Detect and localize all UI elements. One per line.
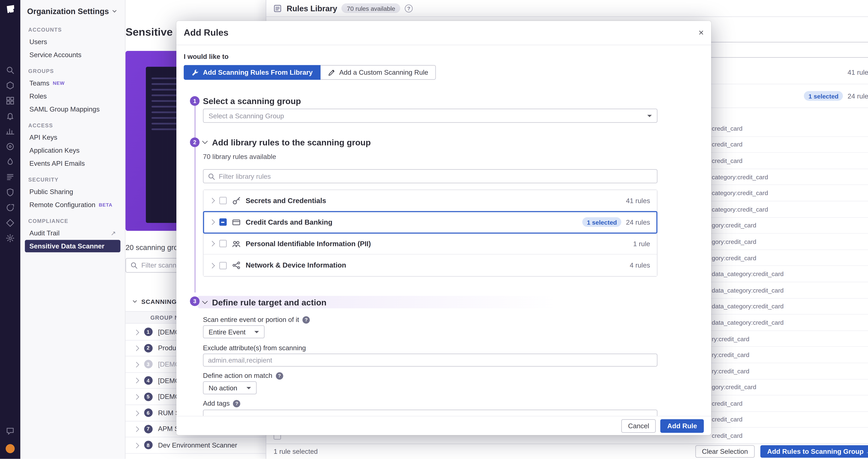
dashboards-icon[interactable] [6, 96, 15, 105]
category-row[interactable]: Secrets and Credentials 41 rules [204, 190, 657, 211]
add-tags-input[interactable] [203, 410, 657, 416]
row-number-badge: 5 [144, 393, 152, 401]
chevron-right-icon[interactable] [134, 410, 139, 415]
help-icon[interactable]: ? [303, 316, 310, 323]
chevron-down-icon[interactable] [202, 138, 208, 144]
security-icon[interactable] [6, 188, 15, 197]
apm-icon[interactable] [6, 157, 15, 166]
nav-item[interactable]: Teams NEW [25, 77, 120, 89]
metrics-icon[interactable] [6, 126, 15, 136]
category-checkbox[interactable] [219, 219, 226, 226]
help-icon[interactable]: ? [276, 372, 283, 379]
category-checkbox[interactable] [219, 240, 226, 247]
nav-item[interactable]: Events API Emails [25, 157, 120, 170]
rail-top-icons [6, 62, 15, 246]
nav-item[interactable]: SAML Group Mappings [25, 103, 120, 116]
exclude-attributes-input[interactable] [203, 353, 657, 367]
category-row[interactable]: Network & Device Information 4 rules [204, 255, 657, 276]
scan-scope-select[interactable]: Entire Event [203, 325, 265, 338]
chevron-right-icon[interactable] [134, 427, 139, 432]
chevron-right-icon[interactable] [210, 198, 215, 203]
nav-list: ACCOUNTS Users Service Accounts GROUPS [20, 20, 125, 252]
rules-selected-text: 1 rule selected [274, 448, 318, 456]
user-avatar[interactable] [6, 444, 15, 453]
nav-item-label: Audit Trail [29, 229, 60, 237]
category-checkbox[interactable] [219, 197, 226, 204]
chevron-right-icon[interactable] [134, 394, 139, 399]
modal-close-icon[interactable]: × [699, 28, 704, 37]
category-row[interactable]: Credit Cards and Banking 1 selected 24 r… [204, 211, 657, 233]
nav-item[interactable]: Remote Configuration BETA [25, 199, 120, 211]
steps: 1 Select a scanning group Select a Scann… [203, 95, 704, 416]
exclude-attributes-label: Exclude attribute(s) from scanning [203, 344, 657, 352]
nav-item[interactable]: API Keys [25, 131, 120, 144]
category-rule-count: 1 rule [633, 239, 650, 248]
add-custom-rule-button[interactable]: Add a Custom Scanning Rule [320, 65, 436, 80]
nav-item-label: Public Sharing [29, 188, 73, 196]
nav-item-label: Application Keys [29, 146, 80, 154]
monitors-icon[interactable] [6, 111, 15, 120]
infrastructure-icon[interactable] [6, 81, 15, 90]
synthetics-icon[interactable] [6, 218, 15, 227]
nav-item[interactable]: Application Keys [25, 144, 120, 157]
nav-section-label: COMPLIANCE [20, 211, 125, 226]
key-icon [231, 196, 241, 205]
group-name: Produ [158, 344, 176, 352]
add-rules-to-group-button[interactable]: Add Rules to Scanning Group → [761, 445, 868, 458]
nav-item[interactable]: Service Accounts [25, 49, 120, 61]
category-checkbox[interactable] [219, 262, 226, 269]
chevron-right-icon[interactable] [134, 378, 139, 383]
scanning-group-select[interactable]: Select a Scanning Group [203, 109, 657, 123]
help-icon[interactable]: ? [233, 400, 241, 407]
nav-item[interactable]: Users [25, 36, 120, 48]
add-rule-button[interactable]: Add Rule [660, 419, 704, 432]
group-rule-count: 41 rules [847, 68, 868, 76]
intro-label: I would like to [184, 53, 704, 61]
rule-tag: category:credit_card [712, 173, 768, 180]
category-rule-count: 4 rules [630, 261, 650, 269]
left-icon-rail [0, 0, 20, 459]
chevron-right-icon[interactable] [134, 329, 139, 335]
nav-section-label: GROUPS [20, 62, 125, 77]
rule-tag: ry:credit_card [712, 335, 749, 342]
credit-card-icon [231, 218, 241, 227]
category-row[interactable]: Personal Identifiable Information (PII) … [204, 233, 657, 255]
help-icon[interactable]: ? [405, 4, 413, 12]
chevron-down-icon[interactable] [202, 298, 208, 304]
chevron-right-icon[interactable] [210, 220, 215, 225]
org-settings-title[interactable]: Organization Settings [20, 0, 125, 20]
group-rule-count: 24 rules [847, 92, 868, 100]
library-filter-input[interactable] [203, 169, 657, 183]
row-number-badge: 1 [144, 328, 152, 336]
chevron-right-icon[interactable] [210, 263, 215, 268]
settings-icon[interactable] [6, 233, 15, 242]
action-on-match-value: No action [209, 384, 237, 392]
chevron-right-icon[interactable] [210, 241, 215, 246]
chevron-right-icon[interactable] [134, 346, 139, 351]
integrations-icon[interactable] [6, 142, 15, 151]
category-name: Personal Identifiable Information (PII) [246, 239, 371, 248]
chevron-right-icon[interactable] [134, 362, 139, 367]
cancel-button[interactable]: Cancel [621, 419, 656, 432]
modal-header: Add Rules × [176, 21, 711, 45]
category-name: Secrets and Credentials [246, 197, 326, 205]
action-on-match-select[interactable]: No action [203, 381, 256, 394]
nav-item[interactable]: Roles [25, 90, 120, 103]
search-icon[interactable] [6, 65, 15, 74]
help-icon[interactable] [6, 426, 15, 435]
ci-icon[interactable] [6, 203, 15, 212]
add-from-library-button[interactable]: Add Scanning Rules From Library [184, 65, 320, 80]
logs-icon[interactable] [6, 172, 15, 181]
rule-tag: ry:credit_card [712, 368, 749, 374]
category-rule-count: 41 rules [626, 197, 650, 205]
step-number: 3 [190, 296, 199, 306]
clear-selection-button[interactable]: Clear Selection [695, 445, 755, 458]
nav-item-label: Teams [29, 79, 49, 87]
chevron-right-icon[interactable] [134, 443, 139, 448]
nav-item[interactable]: Audit Trail ↗ [25, 227, 120, 239]
nav-item[interactable]: Public Sharing [25, 185, 120, 198]
nav-item[interactable]: Sensitive Data Scanner [25, 240, 120, 252]
rule-tag: gory:credit_card [712, 254, 756, 261]
scanning-group-select-value: Select a Scanning Group [209, 112, 284, 120]
rule-tag: data_category:credit_card [712, 319, 784, 326]
